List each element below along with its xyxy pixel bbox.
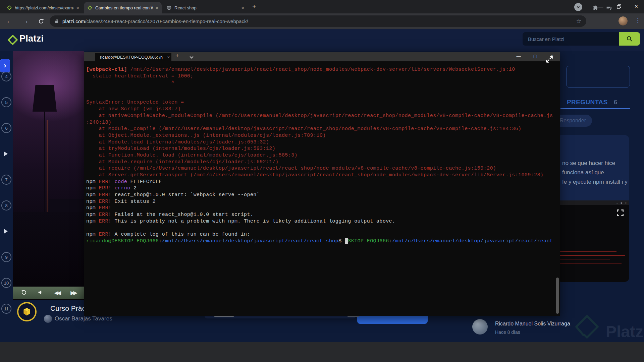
browser-tab-3[interactable]: React shop ×: [163, 2, 248, 13]
terminal-line: npm ERR!: [86, 205, 556, 212]
terminal-line: at Server.getServerTransport (/mnt/c/Use…: [86, 172, 556, 179]
course-badge[interactable]: [17, 302, 37, 321]
download-bar: [0, 342, 644, 362]
back-button[interactable]: ←: [5, 16, 14, 26]
terminal-minimize-button[interactable]: —: [514, 54, 524, 59]
lesson-number-10[interactable]: 10: [1, 278, 11, 288]
terminal-new-tab-button[interactable]: +: [175, 53, 179, 60]
terminal-tab[interactable]: ricardo@DESKTOP-EOQJ666: /n ×: [95, 53, 171, 61]
search-input[interactable]: [523, 32, 619, 46]
rail-expand-button[interactable]: ›: [0, 59, 10, 72]
commenter-avatar[interactable]: [472, 319, 488, 335]
browser-profile-avatar[interactable]: [619, 16, 628, 25]
lesson-number-8[interactable]: 8: [1, 200, 11, 210]
terminal-window[interactable]: ricardo@DESKTOP-EOQJ666: /n × + — ▢ × [w…: [84, 52, 560, 316]
terminal-line: static heartbeatInterval = 1000;: [86, 73, 556, 80]
terminal-line: at Object.Module._extensions..js (intern…: [86, 133, 556, 139]
screenshot-error-line: [559, 251, 616, 252]
chevron-down-icon: [577, 5, 580, 8]
platzi-logo-text[interactable]: Platzi: [19, 34, 44, 44]
volume-icon[interactable]: [38, 290, 43, 296]
react-cube-icon: [22, 307, 32, 317]
new-tab-button[interactable]: +: [252, 3, 256, 10]
lesson-marker-icon[interactable]: [4, 229, 8, 234]
extensions-button[interactable]: [591, 3, 600, 12]
tab-close-icon[interactable]: ×: [76, 5, 79, 10]
header-search: [523, 32, 640, 46]
terminal-tab-close-icon[interactable]: ×: [167, 55, 170, 60]
comment-text-line: no se que hacer hice: [562, 159, 629, 168]
lesson-number-7[interactable]: 7: [1, 175, 11, 185]
lesson-number-4[interactable]: 4: [1, 71, 11, 81]
terminal-line: npm ERR! Exit status 2: [86, 199, 556, 205]
screenshot-error-line: [559, 255, 625, 256]
terminal-tab-dropdown-icon[interactable]: [190, 55, 193, 58]
expand-fullscreen-icon[interactable]: [616, 208, 625, 217]
tab-preguntas[interactable]: PREGUNTAS: [567, 99, 607, 106]
reload-button[interactable]: [36, 16, 46, 26]
lesson-number-5[interactable]: 5: [1, 97, 11, 107]
terminal-line: at Module.load (internal/modules/cjs/loa…: [86, 139, 556, 146]
browser-tab-strip: https://platzi.com/clases/examen × Cambi…: [0, 0, 644, 13]
terminal-line: [webpack-cli] /mnt/c/Users/emanuel/deskt…: [86, 67, 556, 73]
forward-button[interactable]: →: [21, 16, 30, 26]
tab-active-underline: [560, 108, 630, 109]
playlist-icon: [606, 5, 612, 11]
lesson-marker-icon[interactable]: [4, 152, 8, 156]
screenshot-error-line: [559, 259, 610, 259]
url-bar[interactable]: platzi.com/clases/2484-react-practico/42…: [50, 15, 586, 27]
tab-close-icon[interactable]: ×: [241, 5, 244, 10]
tab-search-button[interactable]: [574, 3, 582, 11]
tab-title: Cambios en tiempo real con Web: [95, 5, 153, 10]
terminal-line: ^: [86, 80, 556, 86]
question-input-box[interactable]: [566, 66, 630, 88]
terminal-tab-bar: ricardo@DESKTOP-EOQJ666: /n × + — ▢ ×: [84, 52, 560, 61]
browser-tab-2-active[interactable]: Cambios en tiempo real con Web ×: [84, 2, 162, 13]
browser-menu-icon[interactable]: ⋮: [635, 17, 641, 24]
terminal-line: [86, 93, 556, 100]
terminal-line: at Function.Module._load (internal/modul…: [86, 153, 556, 159]
window-close-button[interactable]: ×: [629, 0, 644, 13]
instructor-name[interactable]: Oscar Barajas Tavares: [55, 315, 112, 322]
lesson-number-6[interactable]: 6: [1, 123, 11, 133]
search-icon: [626, 36, 633, 42]
preguntas-count-badge: 6: [614, 99, 617, 106]
terminal-line: npm ERR! errno 2: [86, 185, 556, 192]
platzi-favicon: [87, 5, 93, 10]
search-button[interactable]: [619, 32, 640, 46]
platzi-logo-icon: [7, 33, 19, 47]
restore-icon: [617, 4, 621, 9]
url-path: /clases/2484-react-practico/42070-cambio…: [85, 18, 248, 24]
video-player[interactable]: [13, 51, 84, 300]
puzzle-icon: [593, 5, 599, 11]
forward-icon[interactable]: ▶▶: [70, 290, 76, 296]
replay-icon[interactable]: [21, 290, 27, 296]
lock-icon: [54, 18, 59, 24]
platzi-favicon: [7, 5, 12, 10]
commenter-name[interactable]: Ricardo Manuel Solis Vizurraga: [495, 321, 570, 327]
terminal-line: [86, 225, 556, 232]
tab-title: https://platzi.com/clases/examen: [15, 5, 73, 10]
comment-timestamp: Hace 8 días: [495, 329, 520, 335]
comment-attached-screenshot[interactable]: –■×: [557, 200, 629, 282]
terminal-line: at new Script (vm.js:83:7): [86, 106, 556, 113]
media-controls-button[interactable]: [604, 3, 614, 12]
terminal-line: [86, 86, 556, 93]
bookmark-star-icon[interactable]: ☆: [576, 17, 582, 25]
terminal-maximize-button[interactable]: ▢: [530, 54, 540, 59]
lesson-number-9[interactable]: 9: [1, 252, 11, 262]
tab-close-icon[interactable]: ×: [155, 5, 158, 10]
terminal-line: npm ERR! Failed at the react_shop@1.0.0 …: [86, 212, 556, 219]
terminal-line: npm ERR! A complete log of this run can …: [86, 232, 556, 238]
lesson-number-11[interactable]: 11: [1, 304, 11, 314]
reload-icon: [38, 18, 44, 24]
tab-title: React shop: [174, 5, 238, 10]
rewind-icon[interactable]: ◀◀: [54, 290, 60, 296]
comment-text-line: funciona así que: [562, 168, 629, 177]
browser-tab-1[interactable]: https://platzi.com/clases/examen ×: [3, 2, 83, 13]
terminal-line: npm ERR! This is probably not a problem …: [86, 219, 556, 225]
terminal-scrollbar[interactable]: [556, 278, 559, 314]
lamp-highlight: [47, 120, 48, 221]
terminal-line: npm ERR! react_shop@1.0.0 start: `webpac…: [86, 192, 556, 199]
terminal-line: at require (/mnt/c/Users/emanuel/desktop…: [86, 166, 556, 172]
